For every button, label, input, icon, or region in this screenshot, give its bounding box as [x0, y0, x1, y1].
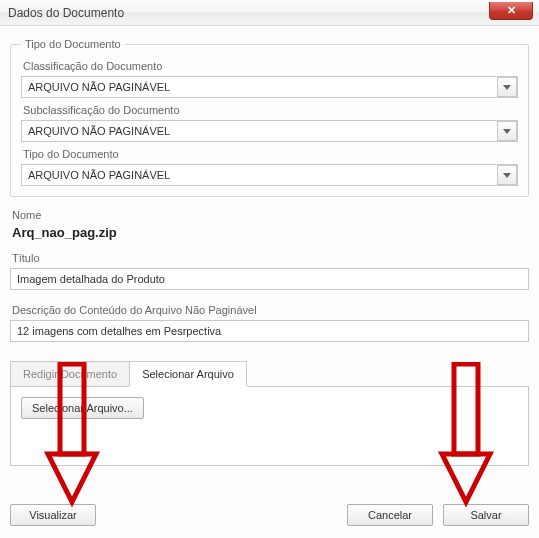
tipo-documento-group: Tipo do Documento Classificação do Docum…: [10, 38, 529, 197]
tipo-input[interactable]: [21, 164, 518, 186]
cancelar-button[interactable]: Cancelar: [347, 504, 433, 526]
tipo-label: Tipo do Documento: [23, 148, 518, 160]
subclassificacao-combo[interactable]: [21, 120, 518, 142]
close-button[interactable]: ✕: [489, 2, 533, 20]
subclassificacao-dropdown-button[interactable]: [497, 121, 517, 141]
close-icon: ✕: [507, 5, 516, 16]
chevron-down-icon: [503, 129, 511, 134]
tipo-dropdown-button[interactable]: [497, 165, 517, 185]
classificacao-label: Classificação do Documento: [23, 60, 518, 72]
nome-value: Arq_nao_pag.zip: [12, 225, 529, 240]
window-title: Dados do Documento: [8, 6, 124, 20]
svg-marker-2: [503, 173, 511, 178]
titlebar: Dados do Documento ✕: [0, 0, 539, 26]
salvar-button[interactable]: Salvar: [443, 504, 529, 526]
titulo-label: Título: [12, 252, 529, 264]
tab-redigir-documento[interactable]: Redigir Documento: [10, 361, 130, 387]
descricao-input[interactable]: [10, 320, 529, 342]
classificacao-combo[interactable]: [21, 76, 518, 98]
subclassificacao-label: Subclassificação do Documento: [23, 104, 518, 116]
tab-selecionar-arquivo[interactable]: Selecionar Arquivo: [129, 361, 247, 387]
group-legend: Tipo do Documento: [21, 38, 125, 50]
subclassificacao-input[interactable]: [21, 120, 518, 142]
content: Tipo do Documento Classificação do Docum…: [0, 26, 539, 466]
nome-label: Nome: [12, 209, 529, 221]
svg-marker-1: [503, 129, 511, 134]
tipo-combo[interactable]: [21, 164, 518, 186]
titulo-input[interactable]: [10, 268, 529, 290]
chevron-down-icon: [503, 173, 511, 178]
chevron-down-icon: [503, 85, 511, 90]
classificacao-dropdown-button[interactable]: [497, 77, 517, 97]
visualizar-button[interactable]: Visualizar: [10, 504, 96, 526]
selecionar-arquivo-button[interactable]: Selecionar Arquivo...: [21, 397, 144, 419]
tabs-row: Redigir Documento Selecionar Arquivo: [10, 360, 529, 386]
footer: Visualizar Cancelar Salvar: [10, 504, 529, 526]
tab-panel-selecionar: Selecionar Arquivo...: [10, 386, 529, 466]
svg-marker-0: [503, 85, 511, 90]
classificacao-input[interactable]: [21, 76, 518, 98]
descricao-label: Descrição do Conteúdo do Arquivo Não Pag…: [12, 304, 529, 316]
